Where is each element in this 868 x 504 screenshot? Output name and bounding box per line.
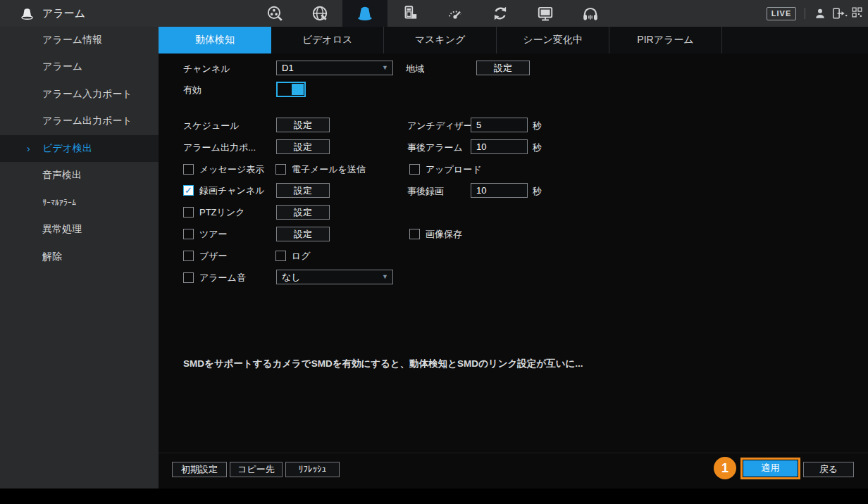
post-record-input[interactable] — [471, 183, 528, 198]
tab-motion-detect[interactable]: 動体検知 — [159, 27, 271, 53]
alarm-icon[interactable] — [342, 0, 388, 27]
apply-button[interactable]: 適用 — [743, 460, 798, 477]
tab-pir-alarm[interactable]: PIRアラーム — [609, 27, 722, 53]
tour-set-button[interactable]: 設定 — [276, 227, 330, 241]
siren-icon — [20, 6, 35, 21]
user-icon[interactable] — [813, 6, 827, 20]
copy-to-button[interactable]: コピー先 — [230, 462, 283, 477]
schedule-set-button[interactable]: 設定 — [276, 118, 330, 132]
channel-label: チャンネル — [183, 61, 230, 76]
buzzer-checkbox[interactable]: ブザー — [183, 248, 228, 263]
screen: アラーム — [0, 0, 868, 504]
checkbox-icon — [275, 251, 286, 261]
logout-icon[interactable] — [831, 6, 848, 20]
playback-search-icon[interactable] — [252, 0, 297, 27]
chevron-down-icon: ▼ — [382, 61, 388, 75]
back-button[interactable]: 戻る — [803, 462, 854, 477]
checkbox-checked-icon — [183, 185, 194, 196]
main-nav — [252, 0, 613, 27]
tab-bar: 動体検知 ビデオロス マスキング シーン変化中 PIRアラーム — [159, 27, 868, 53]
sidebar-item-video-detect[interactable]: › ビデオ検出 — [0, 135, 159, 162]
ptz-link-checkbox[interactable]: PTZリンク — [183, 205, 244, 220]
checkbox-icon — [183, 251, 194, 261]
region-set-button[interactable]: 設定 — [476, 61, 530, 75]
sidebar-item-thermal-alarm[interactable]: ｻｰﾏﾙｱﾗｰﾑ — [0, 189, 159, 216]
chevron-right-icon: › — [27, 143, 30, 154]
page-title: アラーム — [42, 7, 85, 20]
show-message-checkbox[interactable]: メッセージ表示 — [183, 162, 264, 177]
toggle-knob — [292, 84, 304, 95]
checkbox-icon — [409, 229, 420, 239]
alarm-out-label: アラーム出力ポ... — [183, 140, 256, 155]
sidebar-item-alarm-info[interactable]: アラーム情報 — [0, 27, 159, 53]
footer-divider — [159, 453, 868, 453]
region-label: 地域 — [406, 61, 424, 76]
record-channel-checkbox[interactable]: 録画チャンネル — [183, 183, 265, 198]
sidebar: アラーム情報 アラーム アラーム入力ポート アラーム出力ポート › ビデオ検出 … — [0, 27, 159, 489]
anti-dither-unit: 秒 — [533, 118, 542, 133]
smd-note: SMDをサポートするカメラでSMDを有効にすると、動体検知とSMDのリンク設定が… — [183, 358, 583, 370]
ptz-set-button[interactable]: 設定 — [276, 205, 330, 220]
apply-button-highlight: 適用 — [740, 458, 800, 479]
checkbox-icon — [183, 207, 194, 218]
storage-icon[interactable] — [388, 0, 433, 27]
audio-headset-icon[interactable] — [568, 0, 613, 27]
tab-masking[interactable]: マスキング — [384, 27, 497, 53]
enable-toggle[interactable] — [276, 82, 306, 97]
sidebar-item-audio-detect[interactable]: 音声検出 — [0, 162, 159, 189]
upload-checkbox[interactable]: アップロード — [409, 162, 482, 177]
tab-scene-change[interactable]: シーン変化中 — [497, 27, 609, 53]
record-channel-set-button[interactable]: 設定 — [276, 183, 330, 198]
alarm-tone-select[interactable]: なし ▼ — [276, 270, 393, 284]
sidebar-item-alarm[interactable]: アラーム — [0, 53, 159, 80]
default-button[interactable]: 初期設定 — [172, 462, 227, 477]
page-title-group: アラーム — [20, 0, 85, 27]
enable-label: 有効 — [183, 82, 202, 97]
post-alarm-label: 事後アラーム — [407, 140, 463, 155]
tour-checkbox[interactable]: ツアー — [183, 227, 228, 241]
display-icon[interactable] — [523, 0, 568, 27]
send-email-checkbox[interactable]: 電子メールを送信 — [275, 162, 366, 177]
checkbox-icon — [183, 272, 194, 283]
performance-gauge-icon[interactable] — [433, 0, 478, 27]
chevron-down-icon: ▼ — [382, 270, 388, 284]
alarm-out-set-button[interactable]: 設定 — [276, 139, 330, 154]
schedule-label: スケジュール — [183, 118, 240, 133]
annotation-badge-1: 1 — [714, 457, 736, 479]
network-icon[interactable] — [297, 0, 342, 27]
post-alarm-input[interactable] — [471, 139, 528, 154]
tab-video-loss[interactable]: ビデオロス — [271, 27, 384, 53]
sidebar-item-alarm-in[interactable]: アラーム入力ポート — [0, 81, 159, 108]
sidebar-item-abnormality[interactable]: 異常処理 — [0, 216, 159, 243]
log-checkbox[interactable]: ログ — [275, 248, 311, 263]
snapshot-checkbox[interactable]: 画像保存 — [409, 227, 462, 241]
maintenance-refresh-icon[interactable] — [478, 0, 523, 27]
alarm-tone-checkbox[interactable]: アラーム音 — [183, 270, 246, 285]
channel-select[interactable]: D1 ▼ — [276, 61, 393, 75]
content-panel: 動体検知 ビデオロス マスキング シーン変化中 PIRアラーム チャンネル D1… — [159, 27, 868, 489]
refresh-button[interactable]: ﾘﾌﾚｯｼｭ — [285, 462, 340, 477]
checkbox-icon — [183, 164, 194, 175]
qr-code-icon[interactable] — [851, 6, 863, 18]
post-record-unit: 秒 — [533, 184, 542, 199]
checkbox-icon — [409, 164, 420, 175]
post-record-label: 事後録画 — [407, 184, 444, 199]
anti-dither-label: アンチディザー — [407, 118, 473, 133]
live-badge: LIVE — [767, 7, 796, 20]
anti-dither-input[interactable] — [471, 118, 528, 132]
sidebar-item-alarm-out[interactable]: アラーム出力ポート — [0, 108, 159, 134]
top-bar: アラーム — [0, 0, 868, 27]
sidebar-item-disarm[interactable]: 解除 — [0, 244, 159, 270]
post-alarm-unit: 秒 — [533, 140, 542, 155]
checkbox-icon — [183, 229, 194, 239]
topbar-divider — [805, 8, 805, 19]
checkbox-icon — [275, 164, 286, 175]
